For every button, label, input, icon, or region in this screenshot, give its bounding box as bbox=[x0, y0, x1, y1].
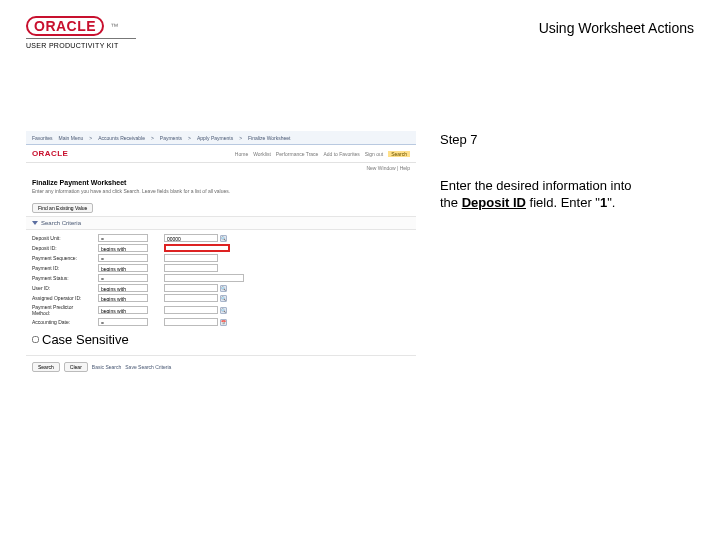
tab-find-existing[interactable]: Find an Existing Value bbox=[32, 203, 93, 213]
operator-select[interactable]: begins with bbox=[98, 244, 148, 252]
criteria-input[interactable]: 00000 bbox=[164, 234, 218, 242]
section-title: Search Criteria bbox=[41, 220, 81, 226]
lookup-icon[interactable]: 🔍 bbox=[220, 295, 227, 302]
crumb[interactable]: Favorites bbox=[32, 135, 53, 141]
criteria-input[interactable] bbox=[164, 284, 218, 292]
section-search-criteria[interactable]: Search Criteria bbox=[26, 216, 416, 230]
lookup-icon[interactable]: 🔍 bbox=[220, 235, 227, 242]
operator-select[interactable]: begins with bbox=[98, 264, 148, 272]
crumb[interactable]: Payments bbox=[160, 135, 182, 141]
operator-select[interactable]: = bbox=[98, 234, 148, 242]
field-label: Payment Status: bbox=[32, 275, 92, 281]
page-description: Enter any information you have and click… bbox=[26, 188, 416, 198]
chevron-down-icon bbox=[32, 221, 38, 225]
field-label: Accounting Date: bbox=[32, 319, 92, 325]
crumb[interactable]: Accounts Receivable bbox=[98, 135, 145, 141]
criteria-input[interactable] bbox=[164, 254, 218, 262]
save-search-link[interactable]: Save Search Criteria bbox=[125, 362, 171, 372]
oracle-mini-logo: ORACLE bbox=[32, 149, 68, 158]
deposit-id-input[interactable] bbox=[164, 244, 230, 252]
header-links: Home Worklist Performance Trace Add to F… bbox=[235, 151, 410, 157]
oracle-logo: ORACLE bbox=[26, 16, 104, 36]
trademark: ™ bbox=[110, 22, 119, 31]
operator-select[interactable]: begins with bbox=[98, 294, 148, 302]
criteria-input[interactable] bbox=[164, 294, 218, 302]
lookup-icon[interactable]: 🔍 bbox=[220, 307, 227, 314]
calendar-icon[interactable]: 📅 bbox=[220, 319, 227, 326]
header-link-worklist[interactable]: Worklist bbox=[253, 151, 271, 157]
field-label: Payment Predictor Method: bbox=[32, 304, 92, 316]
brand-block: ORACLE ™ USER PRODUCTIVITY KIT bbox=[26, 16, 136, 49]
criteria-input[interactable] bbox=[164, 274, 244, 282]
field-label: Deposit ID: bbox=[32, 245, 92, 251]
breadcrumb: Favorites Main Menu> Accounts Receivable… bbox=[26, 131, 416, 145]
case-sensitive-checkbox[interactable]: Case Sensitive bbox=[32, 332, 410, 347]
document-title: Using Worksheet Actions bbox=[539, 20, 694, 36]
checkbox-label: Case Sensitive bbox=[42, 332, 129, 347]
field-label: Payment Sequence: bbox=[32, 255, 92, 261]
field-label: User ID: bbox=[32, 285, 92, 291]
lookup-icon[interactable]: 🔍 bbox=[220, 285, 227, 292]
header-link-signout[interactable]: Sign out bbox=[365, 151, 383, 157]
app-screenshot: Favorites Main Menu> Accounts Receivable… bbox=[26, 131, 416, 378]
crumb[interactable]: Main Menu bbox=[59, 135, 84, 141]
header-search[interactable]: Search bbox=[388, 151, 410, 157]
crumb[interactable]: Apply Payments bbox=[197, 135, 233, 141]
criteria-input[interactable] bbox=[164, 318, 218, 326]
brand-subline: USER PRODUCTIVITY KIT bbox=[26, 42, 136, 49]
field-label: Payment ID: bbox=[32, 265, 92, 271]
operator-select[interactable]: = bbox=[98, 318, 148, 326]
operator-select[interactable]: begins with bbox=[98, 284, 148, 292]
criteria-input[interactable] bbox=[164, 264, 218, 272]
instruction-panel: Step 7 Enter the desired information int… bbox=[440, 131, 694, 212]
clear-button[interactable]: Clear bbox=[64, 362, 88, 372]
header-link-perf[interactable]: Performance Trace bbox=[276, 151, 319, 157]
window-links[interactable]: New Window | Help bbox=[26, 163, 416, 173]
header-link-fav[interactable]: Add to Favorites bbox=[323, 151, 359, 157]
criteria-input[interactable] bbox=[164, 306, 218, 314]
operator-select[interactable]: = bbox=[98, 274, 148, 282]
header-link-home[interactable]: Home bbox=[235, 151, 248, 157]
page-title: Finalize Payment Worksheet bbox=[26, 173, 416, 188]
crumb[interactable]: Finalize Worksheet bbox=[248, 135, 290, 141]
operator-select[interactable]: begins with bbox=[98, 306, 148, 314]
operator-select[interactable]: = bbox=[98, 254, 148, 262]
basic-search-link[interactable]: Basic Search bbox=[92, 362, 121, 372]
field-name: Deposit ID bbox=[462, 195, 526, 210]
search-button[interactable]: Search bbox=[32, 362, 60, 372]
field-label: Assigned Operator ID: bbox=[32, 295, 92, 301]
step-label: Step 7 bbox=[440, 131, 694, 149]
field-label: Deposit Unit: bbox=[32, 235, 92, 241]
instruction-text: Enter the desired information into the D… bbox=[440, 177, 694, 212]
